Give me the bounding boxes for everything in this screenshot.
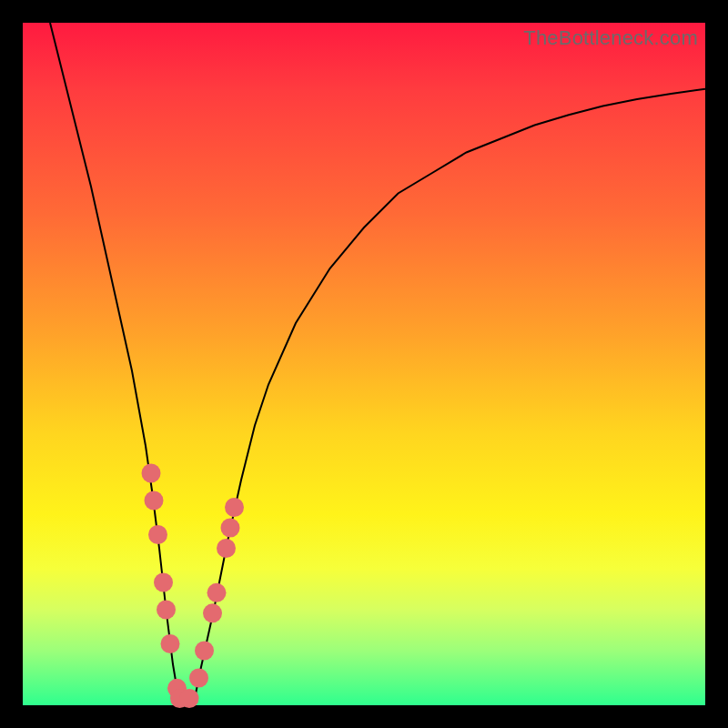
curve-marker (195, 642, 214, 661)
curve-marker (154, 573, 173, 592)
chart-svg (23, 23, 705, 705)
chart-frame: TheBottleneck.com (23, 23, 705, 705)
curve-marker (180, 689, 199, 708)
watermark-text: TheBottleneck.com (523, 26, 698, 50)
curve-marker (203, 603, 222, 622)
curve-marker (157, 601, 176, 620)
curve-marker (161, 634, 180, 653)
curve-marker (142, 464, 161, 483)
curve-marker (189, 669, 208, 688)
curve-marker (145, 491, 164, 511)
curve-marker (225, 498, 244, 517)
curve-markers (142, 464, 245, 709)
curve-marker (217, 539, 236, 558)
bottleneck-curve (50, 23, 705, 705)
curve-marker (207, 583, 227, 602)
curve-marker (148, 525, 167, 544)
curve-marker (221, 519, 240, 538)
